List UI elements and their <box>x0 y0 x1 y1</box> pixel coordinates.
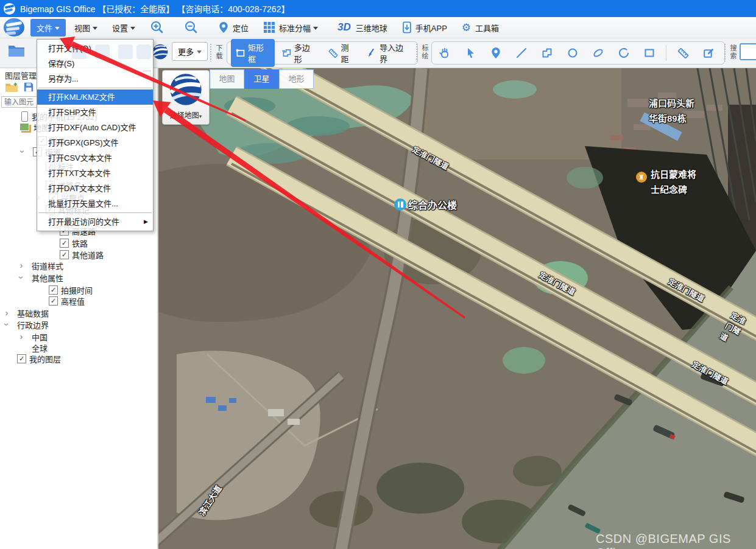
map-type-map[interactable]: 地图 <box>210 69 244 89</box>
polygon-icon <box>281 47 292 58</box>
layer-tree-item[interactable]: 其他属性 <box>32 272 63 284</box>
tree-expand-icon[interactable]: › <box>4 321 10 327</box>
import-boundary-button[interactable]: 导入边界 <box>362 39 414 67</box>
building-poi-icon <box>394 198 406 211</box>
locate-button[interactable]: 定位 <box>212 18 255 37</box>
menu-separator <box>38 88 152 88</box>
ellipse-tool-button[interactable] <box>589 44 607 62</box>
select-tool-button[interactable] <box>461 44 479 62</box>
tree-expand-icon[interactable]: › <box>18 274 24 281</box>
submenu-arrow-icon: ▶ <box>144 214 148 229</box>
layer-tree-item[interactable]: 高程值 <box>61 295 85 307</box>
polygon-tool-button[interactable] <box>538 44 556 62</box>
file-menu-item[interactable]: 打开TXT文本文件 <box>37 166 153 181</box>
layer-checkbox[interactable]: ✓ <box>60 239 69 248</box>
menu-file[interactable]: 文件 <box>30 19 66 37</box>
menu-settings-label: 设置 <box>112 22 128 33</box>
plot-group-handle: 标绘 <box>415 43 428 61</box>
line-tool-button[interactable] <box>512 44 531 62</box>
file-menu-item[interactable]: 打开文件(O) <box>37 41 153 56</box>
layer-tree-item[interactable]: 铁路 <box>72 237 88 249</box>
poi-label: 浦口码头新 华街89栋 <box>649 96 694 126</box>
layer-checkbox[interactable]: ✓ <box>49 296 58 306</box>
file-menu-item[interactable]: 打开GPX(GPS)文件 <box>37 135 153 150</box>
polygon-download-button[interactable]: 多边形 <box>277 39 321 67</box>
annotate-icon <box>702 47 715 60</box>
zoom-out-button[interactable] <box>178 17 205 38</box>
layer-tree-item[interactable]: 街道样式 <box>32 260 63 271</box>
file-menu-item[interactable]: 另存为... <box>37 71 153 86</box>
layer-tree-item[interactable]: 拍摄时间 <box>61 284 93 296</box>
layer-checkbox[interactable]: ✓ <box>17 354 26 363</box>
menu-settings[interactable]: 设置 <box>106 19 141 37</box>
google-earth-icon <box>169 73 202 106</box>
file-menu-item[interactable]: 打开DAT文本文件 <box>37 181 153 196</box>
file-menu-item[interactable]: 批量打开矢量文件... <box>37 196 153 211</box>
annotate-tool-button[interactable] <box>699 44 718 62</box>
more-label: 更多 <box>178 46 194 57</box>
rect-frame-label: 矩形框 <box>248 41 270 65</box>
ruler-tool-button[interactable] <box>674 44 692 62</box>
ellipse-icon <box>592 47 604 59</box>
drag-handle[interactable] <box>415 43 418 61</box>
gear-icon: ⚙ <box>462 21 471 34</box>
select-map-label: 选择地图 <box>170 111 199 120</box>
tree-expand-icon[interactable]: › <box>4 310 10 316</box>
file-menu-item[interactable]: 保存(S) <box>37 56 153 71</box>
arc-tool-button[interactable] <box>615 44 633 62</box>
select-map-button[interactable]: 选择地图▾ <box>162 70 210 125</box>
circle-tool-button[interactable] <box>563 44 582 62</box>
cursor-icon <box>464 47 476 59</box>
menu-view[interactable]: 视图 <box>68 19 104 37</box>
download-tools-group: 矩形框 多边形 测距 导入边界 <box>227 41 418 65</box>
layer-tree-item[interactable]: 其他道路 <box>72 249 104 261</box>
polygon-shape-icon <box>541 47 553 59</box>
toolbox-button[interactable]: ⚙ 工具箱 <box>456 18 505 37</box>
more-button[interactable]: 更多 <box>172 42 208 61</box>
map-type-terrain[interactable]: 地形 <box>279 69 314 89</box>
layer-tree-item[interactable]: 行政边界 <box>17 319 49 330</box>
phone-app-button[interactable]: 手机APP <box>396 18 453 37</box>
grid-frame-button[interactable]: 标准分幅 <box>257 18 324 37</box>
menu-bar: 文件 视图 设置 定位 标准分幅 3D 三维地球 手机APP ⚙ 工具箱 <box>0 17 756 38</box>
marker-tool-button[interactable] <box>487 44 505 62</box>
google-earth-button[interactable] <box>152 44 168 60</box>
layer-tree-item[interactable]: 我的图层 <box>29 353 61 365</box>
rectangle-tool-button[interactable] <box>640 44 659 62</box>
file-menu-item[interactable]: 打开SHP文件 <box>37 105 153 120</box>
search-input[interactable] <box>740 43 756 60</box>
title-bar: Bigemap GIS Office 【已授权：全能版】 【咨询电话：400-0… <box>0 0 756 17</box>
layer-tree-item[interactable]: 基础数据 <box>17 307 49 319</box>
import-arrow-icon <box>367 47 377 58</box>
rect-frame-button[interactable]: 矩形框 <box>231 39 275 67</box>
layer-checkbox[interactable]: ✓ <box>49 285 58 295</box>
globe-3d-button[interactable]: 3D 三维地球 <box>331 18 394 37</box>
drag-handle[interactable] <box>210 43 212 61</box>
circle-icon <box>567 47 579 59</box>
drag-handle[interactable] <box>724 43 726 61</box>
file-menu-item[interactable]: 打开CSV文本文件 <box>37 150 153 166</box>
hand-tool-button[interactable] <box>436 44 454 62</box>
file-menu-item[interactable]: 打开KML/KMZ文件 <box>37 89 153 105</box>
measure-button[interactable]: 测距 <box>323 39 360 67</box>
layer-tree-item[interactable]: 全球 <box>32 342 48 354</box>
tree-expand-icon[interactable]: › <box>19 149 26 155</box>
chevron-down-icon <box>93 27 97 30</box>
search-vertical-label: 搜索 <box>729 44 737 60</box>
zoom-in-button[interactable] <box>144 17 171 38</box>
chevron-down-icon <box>130 27 135 30</box>
layer-tree-item[interactable]: 中国 <box>32 331 48 343</box>
file-menu-item[interactable]: 打开最近访问的文件▶ <box>37 214 153 229</box>
map-canvas[interactable]: 定淮门隧道定淮门隧道定淮门隧道定淮门隧道定淮门隧道滨江大道浦口码头新 华街89栋… <box>158 68 756 549</box>
watermark: CSDN @BIGEMAP GIS Office <box>596 532 756 549</box>
bigemap-logo-icon <box>4 18 24 37</box>
file-menu-item[interactable]: 打开DXF(Auto CAD)文件 <box>37 120 153 135</box>
layer-checkbox[interactable]: ✓ <box>60 250 69 259</box>
tree-expand-icon[interactable]: › <box>18 262 24 268</box>
map-type-satellite[interactable]: 卫星 <box>244 69 279 89</box>
download-group-handle: 下载 <box>210 43 222 61</box>
open-folder-button[interactable] <box>7 42 26 59</box>
tree-expand-icon[interactable]: › <box>18 334 24 340</box>
toolbox-label: 工具箱 <box>475 22 499 33</box>
file-menu-dropdown: 打开文件(O)保存(S)另存为...打开KML/KMZ文件打开SHP文件打开DX… <box>37 39 154 231</box>
